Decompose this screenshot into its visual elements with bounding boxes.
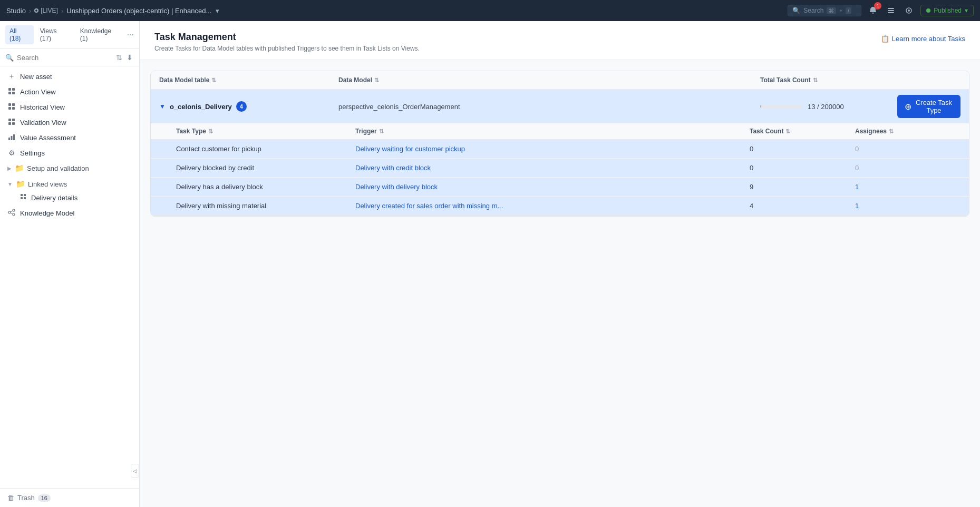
linked-folder-icon: 📁	[16, 180, 25, 188]
assignees-value: 0	[855, 164, 859, 172]
tab-views[interactable]: Views (17)	[36, 25, 74, 44]
trigger-link[interactable]: Delivery with delivery block	[355, 183, 438, 191]
task-type-label: Delivery with missing material	[176, 202, 266, 210]
list-view-icon[interactable]	[885, 4, 897, 17]
learn-more-label: Learn more about Tasks	[892, 35, 965, 43]
trigger-link[interactable]: Delivery created for sales order with mi…	[355, 202, 503, 210]
published-chevron-icon: ▾	[965, 7, 968, 14]
content-header-left: Task Management Create Tasks for Data Mo…	[154, 32, 420, 52]
svg-rect-14	[12, 119, 15, 121]
col2-sort-icon[interactable]: ⇅	[374, 77, 379, 84]
nav-item-new-asset[interactable]: ＋ New asset	[0, 69, 139, 84]
group-model-cell: perspective_celonis_OrderManagement	[338, 103, 760, 111]
live-label: [LIVE]	[41, 7, 58, 14]
search-box[interactable]: 🔍 Search ⌘ + /	[788, 5, 861, 16]
sidebar-item-validation-view[interactable]: Validation View	[0, 115, 139, 130]
sub-col-assignees-sort[interactable]: ⇅	[889, 128, 894, 135]
svg-rect-9	[8, 103, 11, 106]
assignees-value[interactable]: 1	[855, 202, 859, 210]
col-total-task-count-label: Total Task Count	[760, 76, 811, 84]
group-chevron-icon[interactable]: ▼	[159, 103, 166, 110]
breadcrumb-chevron-icon[interactable]: ▾	[216, 7, 219, 15]
value-assessment-label: Value Assessment	[20, 134, 76, 142]
task-count-text: 13 / 200000	[808, 103, 844, 111]
sub-col-task-type: Task Type ⇅	[176, 128, 355, 135]
tab-all[interactable]: All (18)	[5, 25, 34, 44]
sidebar-item-historical-view[interactable]: Historical View	[0, 100, 139, 115]
col-data-model: Data Model ⇅	[338, 76, 760, 84]
settings-label: Settings	[20, 149, 45, 157]
group-collapse-icon: ▶	[7, 165, 12, 171]
folder-icon: 📁	[15, 164, 24, 172]
col1-sort-icon[interactable]: ⇅	[211, 77, 216, 84]
task-count-value: 0	[750, 145, 753, 153]
sub-col-task-count-sort[interactable]: ⇅	[785, 128, 790, 135]
new-asset-label: New asset	[20, 73, 52, 81]
task-count-progress-fill	[760, 105, 761, 108]
trash-icon: 🗑	[7, 494, 14, 502]
assignees-value[interactable]: 1	[855, 183, 859, 191]
sidebar-item-knowledge-model[interactable]: Knowledge Model	[0, 206, 139, 221]
trigger-cell: Delivery with delivery block	[355, 183, 750, 191]
task-type-cell: Delivery blocked by credit	[176, 164, 355, 172]
sidebar-item-settings[interactable]: ⚙ Settings	[0, 145, 139, 160]
sidebar-item-value-assessment[interactable]: Value Assessment	[0, 130, 139, 145]
sidebar-search-input[interactable]	[17, 54, 112, 62]
breadcrumb-sep1: ›	[29, 7, 31, 15]
published-dot	[926, 8, 930, 13]
topbar-left: Studio › [LIVE] › Unshipped Orders (obje…	[6, 7, 219, 15]
create-task-type-button[interactable]: ⊕ Create Task Type	[897, 95, 960, 118]
svg-line-28	[11, 213, 13, 214]
task-row: Delivery with missing material Delivery …	[151, 197, 969, 216]
task-type-cell: Contact customer for pickup	[176, 145, 355, 153]
sub-col-trigger-sort[interactable]: ⇅	[379, 128, 384, 135]
validation-view-label: Validation View	[20, 119, 66, 126]
task-type-label: Delivery blocked by credit	[176, 164, 254, 172]
svg-rect-22	[21, 197, 23, 199]
svg-point-26	[13, 213, 15, 216]
sub-col-task-type-sort[interactable]: ⇅	[208, 128, 213, 135]
trigger-cell: Delivery waiting for customer pickup	[355, 145, 750, 153]
trigger-link[interactable]: Delivery with credit block	[355, 164, 431, 172]
sidebar-sort-actions: ⇅ ⬇	[115, 52, 134, 63]
action-view-label: Action View	[20, 88, 56, 96]
sidebar-collapse-button[interactable]: ◁	[131, 464, 139, 477]
sidebar-tabs: All (18) Views (17) Knowledge (1) ···	[5, 25, 134, 44]
published-button[interactable]: Published ▾	[920, 5, 974, 16]
search-label: Search	[803, 7, 823, 14]
nav-group-linked: ▼ 📁 Linked views Delivery details	[0, 176, 139, 206]
nav-group-linked-header[interactable]: ▼ 📁 Linked views	[0, 177, 139, 191]
settings-icon[interactable]	[903, 4, 915, 17]
task-count-progress-bar	[760, 105, 802, 108]
svg-rect-8	[12, 92, 15, 94]
sub-col-task-count-label: Task Count	[750, 128, 783, 135]
filter-button[interactable]: ⬇	[125, 52, 134, 63]
notifications-icon[interactable]: 1	[867, 4, 879, 17]
task-count-cell: 0	[750, 164, 855, 172]
group-expand-icon: ▼	[7, 181, 13, 187]
settings-nav-icon: ⚙	[7, 149, 16, 157]
sidebar-nav: ＋ New asset Action View Historical View	[0, 66, 139, 488]
sidebar-item-delivery-details[interactable]: Delivery details	[5, 191, 139, 204]
sidebar-item-action-view[interactable]: Action View	[0, 84, 139, 100]
col-actions	[897, 76, 960, 84]
trigger-cell: Delivery created for sales order with mi…	[355, 202, 750, 210]
tab-knowledge[interactable]: Knowledge (1)	[76, 25, 125, 44]
sidebar-more-icon[interactable]: ···	[127, 30, 134, 40]
topbar: Studio › [LIVE] › Unshipped Orders (obje…	[0, 0, 980, 21]
col3-sort-icon[interactable]: ⇅	[813, 77, 818, 84]
sort-button[interactable]: ⇅	[115, 52, 123, 63]
sub-col-trigger: Trigger ⇅	[355, 128, 750, 135]
sidebar-trash[interactable]: 🗑 Trash 16	[0, 488, 139, 507]
learn-more-link[interactable]: 📋 Learn more about Tasks	[881, 35, 965, 43]
task-row: Delivery blocked by credit Delivery with…	[151, 159, 969, 178]
breadcrumb-title[interactable]: Unshipped Orders (object-centric) | Enha…	[66, 7, 211, 15]
nav-group-setup-header[interactable]: ▶ 📁 Setup and validation	[0, 161, 139, 175]
task-type-label: Contact customer for pickup	[176, 145, 261, 153]
svg-rect-1	[888, 10, 894, 11]
topbar-right: 🔍 Search ⌘ + / 1 Pub	[788, 4, 974, 17]
trigger-link[interactable]: Delivery waiting for customer pickup	[355, 145, 465, 153]
value-assessment-icon	[7, 133, 16, 142]
studio-label[interactable]: Studio	[6, 7, 26, 15]
svg-rect-20	[21, 194, 23, 196]
